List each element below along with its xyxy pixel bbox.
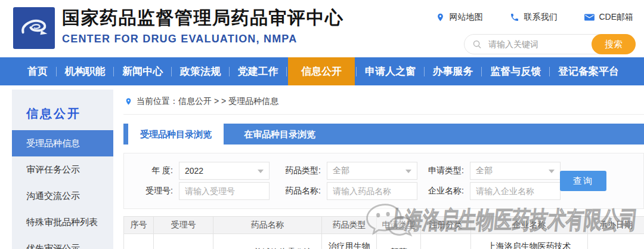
chevron-down-icon: [258, 170, 264, 173]
sidebar-item-special-approval-list[interactable]: 特殊审批品种列表: [12, 209, 113, 235]
drug-type-label: 药品类型:: [270, 165, 327, 176]
contact-label: 联系我们: [524, 12, 557, 23]
col-date: 承办日期: [588, 217, 644, 234]
cde-logo[interactable]: [13, 7, 55, 49]
nav-item-supervision-feedback[interactable]: 监督与反馈: [483, 57, 548, 85]
apply-type-select-value: 全部: [476, 165, 493, 176]
cell-drug-name: LQ043H单域抗体雾化液: [213, 234, 322, 249]
company-name-input[interactable]: [470, 182, 561, 200]
sidebar-item-communication[interactable]: 沟通交流公示: [12, 183, 113, 209]
cell-apply-type: 新药: [377, 234, 421, 249]
sidebar: 信息公开 受理品种信息 审评任务公示 沟通交流公示 特殊审批品种列表 优先审评公…: [12, 90, 113, 249]
drug-type-text: 治疗用生物制品: [326, 240, 373, 249]
results-table: 序号 受理号 药品名称 药品类型 申请类型 注册分类 企业名称 承办日期 1 C…: [123, 216, 644, 249]
nav-separator: [229, 67, 230, 76]
search-bar: 搜索: [464, 34, 636, 54]
nav-separator: [356, 67, 357, 76]
col-acceptance-no: 受理号: [154, 217, 213, 234]
drug-name-text: LQ043H单域抗体雾化液: [222, 246, 312, 249]
nav-separator: [286, 67, 287, 76]
tab-bar: 受理品种目录浏览 在审品种目录浏览: [123, 124, 644, 145]
drug-name-input[interactable]: [327, 182, 417, 200]
col-apply-type: 申请类型: [377, 217, 421, 234]
drug-name-label: 药品名称:: [270, 186, 327, 196]
breadcrumb: 当前位置：信息公开 > > 受理品种信息: [123, 85, 644, 115]
apply-type-select[interactable]: 全部: [470, 162, 561, 180]
nav-item-organization[interactable]: 机构职能: [58, 57, 113, 85]
map-pin-icon: [436, 13, 445, 22]
col-drug-type: 药品类型: [322, 217, 377, 234]
cell-drug-type: 治疗用生物制品: [322, 234, 377, 249]
mailbox-link[interactable]: CDE邮箱: [584, 12, 633, 23]
nav-item-party-building[interactable]: 党建工作: [231, 57, 286, 85]
drug-type-select-value: 全部: [333, 165, 349, 176]
col-company: 企业名称: [471, 217, 588, 234]
nav-separator: [481, 67, 482, 76]
sitemap-link[interactable]: 网站地图: [436, 12, 482, 23]
nav-separator: [549, 67, 550, 76]
cell-date: 2022-11-01: [588, 234, 644, 249]
filter-panel: 年 度: 2022 药品类型: 全部 申请类型: 全部: [123, 153, 644, 209]
breadcrumb-text: 当前位置：信息公开 > > 受理品种信息: [137, 96, 278, 107]
chevron-down-icon: [405, 170, 411, 173]
nav-item-registration-platform[interactable]: 登记备案平台: [551, 57, 626, 85]
apply-type-label: 申请类型:: [417, 165, 470, 176]
quick-links: 网站地图 联系我们 CDE邮箱: [436, 12, 633, 23]
nav-item-applicant-window[interactable]: 申请人之窗: [358, 57, 423, 85]
sidebar-item-review-task[interactable]: 审评任务公示: [12, 156, 113, 183]
title-block: 国家药品监督管理局药品审评中心 CENTER FOR DRUG EVALUATI…: [62, 8, 344, 45]
nav-item-home[interactable]: 首页: [20, 57, 55, 85]
cell-seq: 1: [124, 234, 154, 249]
query-button[interactable]: 查询: [560, 171, 606, 191]
search-icon: [472, 39, 482, 50]
sidebar-title: 信息公开: [12, 90, 113, 130]
site-title: 国家药品监督管理局药品审评中心: [62, 8, 344, 28]
company-text: 上海洛启生物医药技术有限公司;: [485, 240, 574, 249]
cell-acceptance-no: CXSL2200548: [154, 234, 213, 249]
nav-item-info-disclosure[interactable]: 信息公开: [288, 57, 355, 85]
acceptance-no-input[interactable]: [179, 182, 270, 200]
col-drug-name: 药品名称: [213, 217, 322, 234]
sidebar-item-accepted-variety-info[interactable]: 受理品种信息: [12, 130, 113, 156]
mail-icon: [584, 13, 595, 21]
chevron-down-icon: [549, 170, 555, 173]
nav-item-news[interactable]: 新闻中心: [115, 57, 170, 85]
sidebar-item-priority-review[interactable]: 优先审评公示: [12, 235, 113, 249]
year-label: 年 度:: [124, 165, 179, 176]
tab-accepted-catalog[interactable]: 受理品种目录浏览: [128, 124, 224, 145]
body-area: 信息公开 受理品种信息 审评任务公示 沟通交流公示 特殊审批品种列表 优先审评公…: [0, 85, 644, 249]
search-input[interactable]: [487, 39, 592, 50]
cell-company: 上海洛启生物医药技术有限公司;: [471, 234, 588, 249]
location-pin-icon: [125, 97, 132, 106]
sitemap-label: 网站地图: [449, 12, 482, 23]
site-subtitle: CENTER FOR DRUG EVALUATION, NMPA: [62, 33, 344, 45]
phone-icon: [510, 13, 519, 22]
drug-type-select[interactable]: 全部: [327, 162, 417, 180]
nav-item-services[interactable]: 办事服务: [426, 57, 481, 85]
year-select[interactable]: 2022: [179, 162, 270, 180]
col-reg-category: 注册分类: [421, 217, 471, 234]
nav-separator: [113, 67, 114, 76]
main-content: 当前位置：信息公开 > > 受理品种信息 受理品种目录浏览 在审品种目录浏览 年…: [123, 85, 644, 249]
search-button[interactable]: 搜索: [592, 34, 636, 54]
fish-swirl-icon: [17, 11, 51, 45]
nav-separator: [171, 67, 172, 76]
nav-separator: [424, 67, 425, 76]
tab-under-review-catalog[interactable]: 在审品种目录浏览: [224, 124, 336, 145]
table-header-row: 序号 受理号 药品名称 药品类型 申请类型 注册分类 企业名称 承办日期: [124, 217, 644, 234]
nav-separator: [56, 67, 57, 76]
contact-link[interactable]: 联系我们: [510, 12, 557, 23]
year-select-value: 2022: [185, 166, 203, 176]
company-name-label: 企业名称:: [417, 186, 470, 196]
acceptance-no-label: 受理号:: [124, 186, 179, 196]
cde-website: 国家药品监督管理局药品审评中心 CENTER FOR DRUG EVALUATI…: [0, 0, 644, 249]
mailbox-label: CDE邮箱: [599, 12, 633, 23]
nav-item-policies[interactable]: 政策法规: [173, 57, 228, 85]
table-row: 1 CXSL2200548 LQ043H单域抗体雾化液 治疗用生物制品 新药 1…: [124, 234, 644, 249]
site-header: 国家药品监督管理局药品审评中心 CENTER FOR DRUG EVALUATI…: [0, 0, 644, 57]
cell-reg-category: 1: [421, 234, 471, 249]
main-nav: 首页 机构职能 新闻中心 政策法规 党建工作 信息公开 申请人之窗 办事服务 监…: [0, 57, 644, 85]
col-seq: 序号: [124, 217, 154, 234]
